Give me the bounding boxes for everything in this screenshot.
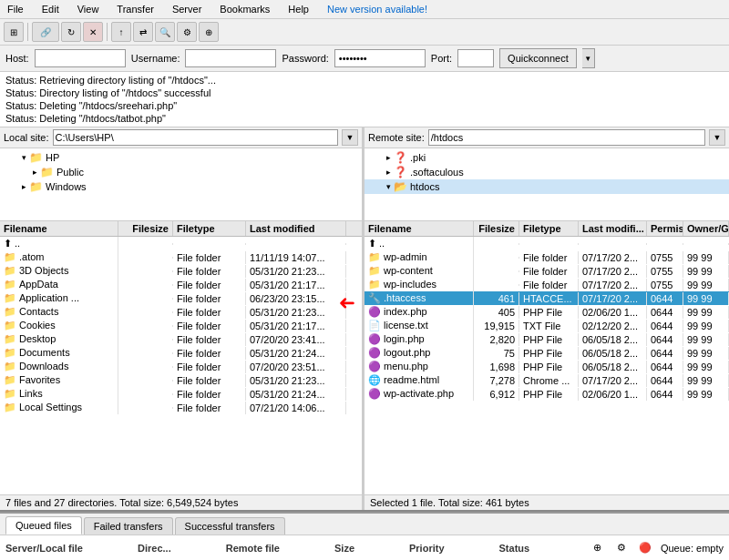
local-file-name: 📁Documents <box>0 346 118 360</box>
local-file-row[interactable]: ⬆.. <box>0 237 362 250</box>
remote-file-type: PHP File <box>519 361 579 373</box>
local-col-name-header[interactable]: Filename <box>0 221 118 236</box>
local-file-size <box>118 366 173 368</box>
local-file-name: 📁AppData <box>0 278 118 291</box>
remote-file-row[interactable]: 🟣login.php 2,820 PHP File 06/05/18 2... … <box>364 332 729 346</box>
remote-file-size: 7,278 <box>474 374 519 387</box>
toolbar-btn-7[interactable]: 🔍 <box>155 22 175 42</box>
local-file-row[interactable]: 📁Favorites File folder 05/31/20 21:23... <box>0 373 362 387</box>
tree-item-pki[interactable]: ▸ ❓ .pki <box>364 150 729 165</box>
username-input[interactable] <box>185 49 276 67</box>
menu-server[interactable]: Server <box>169 2 205 16</box>
tree-item-windows[interactable]: ▸ 📁 Windows <box>0 179 362 194</box>
remote-file-row[interactable]: 📄license.txt 19,915 TXT File 02/12/20 2.… <box>364 319 729 332</box>
remote-file-row[interactable]: ⬆.. <box>364 237 729 250</box>
tree-pki-label: .pki <box>410 152 426 163</box>
queue-icon-1[interactable]: ⊕ <box>590 540 606 556</box>
local-col-size-header[interactable]: Filesize <box>118 221 173 236</box>
remote-file-size <box>474 257 519 259</box>
remote-file-size: 2,820 <box>474 333 519 346</box>
remote-tree: ▸ ❓ .pki ▸ ❓ .softaculous ▾ 📂 htdocs <box>364 148 729 221</box>
folder-soft-icon: ❓ <box>394 166 407 178</box>
remote-file-row[interactable]: 📁wp-content File folder 07/17/20 2... 07… <box>364 264 729 278</box>
tree-htdocs-label: htdocs <box>410 181 439 192</box>
local-file-row[interactable]: 📁AppData File folder 05/31/20 21:17... <box>0 278 362 291</box>
remote-file-row[interactable]: 🟣wp-activate.php 6,912 PHP File 02/06/20… <box>364 387 729 401</box>
local-path-input[interactable] <box>53 129 338 146</box>
remote-file-row[interactable]: 📁wp-admin File folder 07/17/20 2... 0755… <box>364 250 729 264</box>
toolbar-btn-6[interactable]: ⇄ <box>133 22 153 42</box>
menu-edit[interactable]: Edit <box>38 2 63 16</box>
folder-pki-icon: ❓ <box>394 151 407 164</box>
remote-file-row[interactable]: 🟣index.php 405 PHP File 02/06/20 1... 06… <box>364 305 729 319</box>
local-path-dropdown[interactable]: ▼ <box>342 129 358 146</box>
local-file-row[interactable]: 📁Documents File folder 05/31/20 21:24... <box>0 346 362 360</box>
queue-icon-2[interactable]: ⚙ <box>613 540 630 556</box>
remote-file-row[interactable]: 🌐readme.html 7,278 Chrome ... 07/17/20 2… <box>364 373 729 387</box>
menu-file[interactable]: File <box>4 2 27 16</box>
new-version-notice[interactable]: New version available! <box>323 2 431 16</box>
remote-file-perm: 0644 <box>647 292 683 305</box>
toolbar-btn-2[interactable]: 🔗 <box>32 22 59 42</box>
quickconnect-dropdown[interactable]: ▼ <box>582 48 595 68</box>
remote-col-name-header[interactable]: Filename <box>364 221 474 236</box>
folder-icon: 📁 <box>29 151 43 164</box>
remote-path-dropdown[interactable]: ▼ <box>709 129 725 146</box>
local-file-row[interactable]: 📁.atom File folder 11/11/19 14:07... <box>0 250 362 264</box>
queue-empty-label: Queue: empty <box>661 543 724 554</box>
remote-col-size-header[interactable]: Filesize <box>474 221 519 236</box>
toolbar-btn-3[interactable]: ↻ <box>61 22 81 42</box>
tree-item-softaculous[interactable]: ▸ ❓ .softaculous <box>364 165 729 179</box>
menu-help[interactable]: Help <box>284 2 313 16</box>
local-file-row[interactable]: 📁Application ... File folder 06/23/20 23… <box>0 291 362 305</box>
remote-pane: Remote site: ▼ ▸ ❓ .pki ▸ ❓ .softaculous… <box>364 127 729 510</box>
local-file-row[interactable]: 📁Links File folder 05/31/20 21:24... <box>0 387 362 401</box>
menu-view[interactable]: View <box>74 2 103 16</box>
password-input[interactable] <box>334 49 426 67</box>
remote-file-row[interactable]: 🔧.htaccess 461 HTACCE... 07/17/20 2... 0… <box>364 291 729 305</box>
local-file-row[interactable]: 📁Contacts File folder 05/31/20 21:23... <box>0 305 362 319</box>
local-file-row[interactable]: 📁Local Settings File folder 07/21/20 14:… <box>0 401 362 414</box>
local-col-modified-header[interactable]: Last modified <box>246 221 346 236</box>
quickconnect-button[interactable]: Quickconnect <box>499 48 577 68</box>
tree-item-public[interactable]: ▸ 📁 Public <box>0 165 362 179</box>
menu-transfer[interactable]: Transfer <box>113 2 158 16</box>
remote-file-type: PHP File <box>519 347 579 360</box>
tree-item-hp[interactable]: ▾ 📁 HP <box>0 150 362 165</box>
expand-hp-icon: ▾ <box>18 153 29 162</box>
local-filelist: Filename Filesize Filetype Last modified… <box>0 221 362 494</box>
tab-failed-transfers[interactable]: Failed transfers <box>84 517 173 535</box>
toolbar-btn-5[interactable]: ↑ <box>111 22 131 42</box>
local-file-row[interactable]: 📁Desktop File folder 07/20/20 23:41... <box>0 332 362 346</box>
remote-file-row[interactable]: 📁wp-includes File folder 07/17/20 2... 0… <box>364 278 729 291</box>
remote-col-perm-header[interactable]: Permissi... <box>647 221 683 236</box>
tab-successful-transfers[interactable]: Successful transfers <box>175 517 285 535</box>
toolbar-btn-4[interactable]: ✕ <box>83 22 103 42</box>
remote-file-row[interactable]: 🟣logout.php 75 PHP File 06/05/18 2... 06… <box>364 346 729 360</box>
toolbar-btn-9[interactable]: ⊕ <box>199 22 219 42</box>
queue-icon-3[interactable]: 🔴 <box>637 540 653 556</box>
local-file-row[interactable]: 📁Cookies File folder 05/31/20 21:17... <box>0 319 362 332</box>
local-file-row[interactable]: 📁Downloads File folder 07/20/20 23:51... <box>0 360 362 373</box>
tab-queued-files[interactable]: Queued files <box>5 516 82 535</box>
toolbar-btn-8[interactable]: ⚙ <box>177 22 197 42</box>
remote-path-input[interactable] <box>428 129 705 146</box>
remote-col-modified-header[interactable]: Last modifi... <box>579 221 647 236</box>
remote-file-name: 🟣wp-activate.php <box>364 387 474 401</box>
main-area: Local site: ▼ ▾ 📁 HP ▸ 📁 Public ▸ 📁 Wind <box>0 127 729 510</box>
remote-file-owner: 99 99 <box>683 374 729 387</box>
local-file-row[interactable]: 📁3D Objects File folder 05/31/20 21:23..… <box>0 264 362 278</box>
remote-file-modified: 07/17/20 2... <box>579 251 647 264</box>
tree-item-htdocs[interactable]: ▾ 📂 htdocs <box>364 179 729 194</box>
local-file-size <box>118 352 173 354</box>
queue-col-status: Status <box>499 543 530 554</box>
remote-file-row[interactable]: 🟣menu.php 1,698 PHP File 06/05/18 2... 0… <box>364 360 729 373</box>
remote-col-type-header[interactable]: Filetype <box>519 221 579 236</box>
local-file-name: 📁3D Objects <box>0 264 118 278</box>
host-input[interactable] <box>35 49 126 67</box>
local-col-type-header[interactable]: Filetype <box>173 221 246 236</box>
remote-col-owner-header[interactable]: Owner/G... <box>683 221 729 236</box>
port-input[interactable] <box>457 49 494 67</box>
toolbar-btn-1[interactable]: ⊞ <box>4 22 24 42</box>
menu-bookmarks[interactable]: Bookmarks <box>216 2 273 16</box>
